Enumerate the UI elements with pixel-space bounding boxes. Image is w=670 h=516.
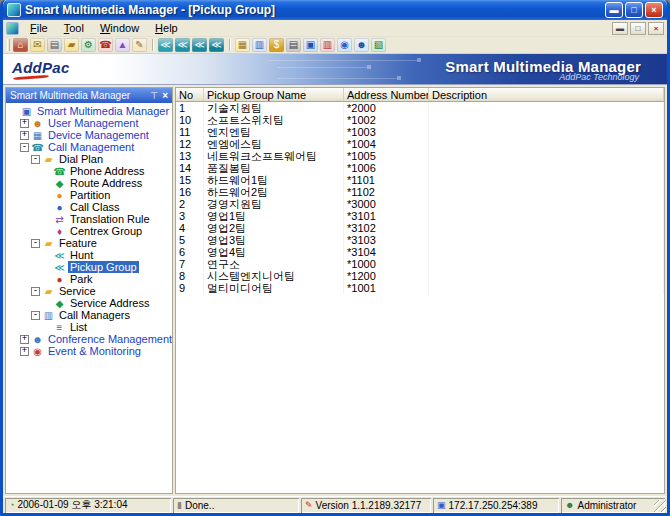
mdi-restore-button[interactable]: □ bbox=[630, 22, 646, 35]
phone-icon[interactable]: ☎ bbox=[98, 38, 113, 52]
expand-plus-icon[interactable]: + bbox=[20, 347, 29, 356]
tree-item[interactable]: ≡List bbox=[6, 321, 172, 333]
table-row[interactable]: 13네트워크소프트웨어팀*1005 bbox=[176, 150, 664, 162]
pickup-group-icon[interactable]: ≪ bbox=[175, 38, 190, 52]
chart-icon[interactable]: ▥ bbox=[252, 38, 267, 52]
tree-item[interactable]: ◆Service Address bbox=[6, 297, 172, 309]
close-button[interactable]: × bbox=[645, 2, 663, 18]
table-row[interactable]: 4영업2팀*3102 bbox=[176, 222, 664, 234]
tree-item[interactable]: -▰Dial Plan bbox=[6, 153, 172, 165]
tree-item-label: Centrex Group bbox=[68, 225, 144, 237]
library-icon[interactable]: ▥ bbox=[320, 38, 335, 52]
banner-subtitle: AddPac Technology bbox=[559, 72, 639, 82]
park-icon[interactable]: ≪ bbox=[192, 38, 207, 52]
tree-item[interactable]: ●Call Class bbox=[6, 201, 172, 213]
tree-item[interactable]: +◉Event & Monitoring bbox=[6, 345, 172, 357]
call-forward-icon[interactable]: ≪ bbox=[209, 38, 224, 52]
expand-plus-icon[interactable]: + bbox=[20, 131, 29, 140]
mdi-minimize-button[interactable]: ▬ bbox=[612, 22, 628, 35]
tree-item[interactable]: ☎Phone Address bbox=[6, 165, 172, 177]
table-row[interactable]: 6영업4팀*3104 bbox=[176, 246, 664, 258]
table-row[interactable]: 11엔지엔팀*1003 bbox=[176, 126, 664, 138]
tree-item[interactable]: -▥Call Managers bbox=[6, 309, 172, 321]
expand-minus-icon[interactable]: - bbox=[31, 239, 40, 248]
mdi-close-button[interactable]: × bbox=[648, 22, 664, 35]
expand-minus-icon[interactable]: - bbox=[31, 311, 40, 320]
print-icon[interactable]: ▤ bbox=[47, 38, 62, 52]
tree-item-label: Device Management bbox=[46, 129, 151, 141]
tree-item[interactable]: -▰Service bbox=[6, 285, 172, 297]
tree-item[interactable]: -▰Feature bbox=[6, 237, 172, 249]
table-row[interactable]: 9멀티미디어팀*1001 bbox=[176, 282, 664, 294]
menu-help[interactable]: Help bbox=[147, 21, 186, 35]
column-header-no[interactable]: No bbox=[176, 88, 204, 101]
globe-user-icon[interactable]: ◉ bbox=[337, 38, 352, 52]
expand-plus-icon[interactable]: + bbox=[20, 119, 29, 128]
toolbar-grip[interactable] bbox=[7, 39, 10, 51]
folder-icon[interactable]: ▰ bbox=[64, 38, 79, 52]
prism-icon[interactable]: ▲ bbox=[115, 38, 130, 52]
table-row[interactable]: 16하드웨어2팀*1102 bbox=[176, 186, 664, 198]
tree-item[interactable]: ♦Centrex Group bbox=[6, 225, 172, 237]
table-row[interactable]: 2경영지원팀*3000 bbox=[176, 198, 664, 210]
table-row[interactable]: 5영업3팀*3103 bbox=[176, 234, 664, 246]
expand-plus-icon[interactable]: + bbox=[20, 335, 29, 344]
tree-item[interactable]: ≪Pickup Group bbox=[6, 261, 172, 273]
table-row[interactable]: 7연구소*1000 bbox=[176, 258, 664, 270]
expand-minus-icon[interactable]: - bbox=[31, 155, 40, 164]
tree-item[interactable]: ⇄Translation Rule bbox=[6, 213, 172, 225]
minimize-button[interactable]: ▬ bbox=[605, 2, 623, 18]
resize-grip[interactable] bbox=[654, 500, 666, 512]
pin-icon[interactable]: ⊤ bbox=[150, 91, 158, 101]
cell-name: 연구소 bbox=[204, 258, 344, 270]
users-icon[interactable]: ☻ bbox=[354, 38, 369, 52]
cell-address: *1005 bbox=[344, 150, 429, 162]
menu-window[interactable]: Window bbox=[92, 21, 147, 35]
table-row[interactable]: 14품질봄팀*1006 bbox=[176, 162, 664, 174]
table-icon[interactable]: ▦ bbox=[235, 38, 250, 52]
tree-item-label: List bbox=[68, 321, 89, 333]
edit-icon[interactable]: ✎ bbox=[132, 38, 147, 52]
restore-button[interactable]: □ bbox=[625, 2, 643, 18]
billing-icon[interactable]: $ bbox=[269, 38, 284, 52]
settings-icon[interactable]: ⚙ bbox=[81, 38, 96, 52]
cell-name: 멀티미디어팀 bbox=[204, 282, 344, 294]
printer-icon[interactable]: ▤ bbox=[286, 38, 301, 52]
table-row[interactable]: 1기술지원팀*2000 bbox=[176, 102, 664, 114]
table-row[interactable]: 15하드웨어1팀*1101 bbox=[176, 174, 664, 186]
table-row[interactable]: 10소프트스위치팀*1002 bbox=[176, 114, 664, 126]
expand-minus-icon[interactable]: - bbox=[20, 143, 29, 152]
tree-item[interactable]: +☻User Management bbox=[6, 117, 172, 129]
column-header-name[interactable]: Pickup Group Name bbox=[204, 88, 344, 101]
column-header-description[interactable]: Description bbox=[429, 88, 664, 101]
table-row[interactable]: 12엔엠에스팀*1004 bbox=[176, 138, 664, 150]
tree-item[interactable]: +▦Device Management bbox=[6, 129, 172, 141]
tree-item[interactable]: -☎Call Management bbox=[6, 141, 172, 153]
monitor-icon[interactable]: ▣ bbox=[303, 38, 318, 52]
cell-address: *1000 bbox=[344, 258, 429, 270]
menu-file[interactable]: File bbox=[22, 21, 56, 35]
table-row[interactable]: 3영업1팀*3101 bbox=[176, 210, 664, 222]
titlebar[interactable]: Smart Multimedia Manager - [Pickup Group… bbox=[3, 0, 667, 20]
cell-address: *3101 bbox=[344, 210, 429, 222]
hunt-icon[interactable]: ≪ bbox=[158, 38, 173, 52]
mail-icon[interactable]: ✉ bbox=[30, 38, 45, 52]
sidebar-panel: Smart Multimedia Manager ⊤ × ▣Smart Mult… bbox=[5, 87, 173, 494]
tree-item-label: Park bbox=[68, 273, 95, 285]
tree-item[interactable]: ◆Route Address bbox=[6, 177, 172, 189]
menu-tool[interactable]: Tool bbox=[56, 21, 92, 35]
tree-item[interactable]: ●Park bbox=[6, 273, 172, 285]
toolbar-separator bbox=[152, 39, 153, 51]
status-datetime: ◔ 2006-01-09 오후 3:21:04 bbox=[5, 498, 171, 513]
exit-icon[interactable]: ⌂ bbox=[13, 38, 28, 52]
tree-item[interactable]: +☻Conference Management bbox=[6, 333, 172, 345]
tree-item[interactable]: ●Partition bbox=[6, 189, 172, 201]
column-header-address[interactable]: Address Number bbox=[344, 88, 429, 101]
network-icon[interactable]: ▧ bbox=[371, 38, 386, 52]
tree-item[interactable]: ▣Smart Multimedia Manager bbox=[6, 105, 172, 117]
table-row[interactable]: 8시스템엔지니어팀*1200 bbox=[176, 270, 664, 282]
expand-minus-icon[interactable]: - bbox=[31, 287, 40, 296]
tree-item[interactable]: ≪Hunt bbox=[6, 249, 172, 261]
close-panel-icon[interactable]: × bbox=[162, 90, 168, 101]
cell-no: 4 bbox=[176, 222, 204, 234]
